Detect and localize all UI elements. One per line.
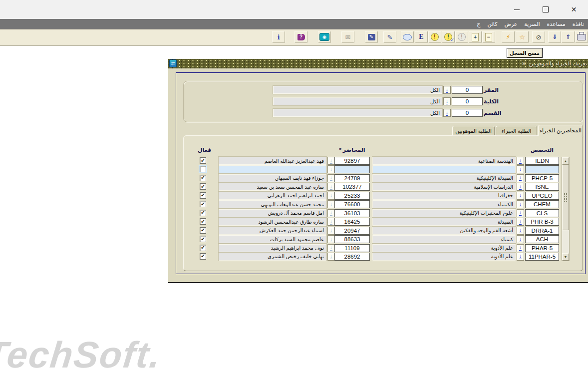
specialization-lov-button[interactable]: ↓ bbox=[517, 235, 524, 243]
hq-value-field[interactable]: 0 bbox=[452, 86, 483, 94]
save-button[interactable]: ✎ bbox=[365, 31, 378, 43]
active-checkbox[interactable]: ✔ bbox=[200, 253, 206, 260]
error-button[interactable]: ! bbox=[428, 31, 441, 43]
print-button[interactable] bbox=[575, 31, 588, 43]
active-checkbox[interactable]: ✔ bbox=[200, 201, 206, 207]
lecturer-name-field[interactable]: محمد حسن عبدالوهاب النويهى bbox=[219, 200, 326, 208]
menu-item-2[interactable]: السرية bbox=[524, 21, 540, 27]
mail-button[interactable]: ✉ bbox=[341, 31, 354, 43]
college-lov-button[interactable]: ↓ bbox=[443, 97, 451, 105]
lecturer-lov-button[interactable]: ↓ bbox=[327, 157, 335, 165]
lecturer-name-field[interactable]: تهانى خليف رخيص الشمرى bbox=[219, 253, 326, 261]
insert-record-button[interactable]: + bbox=[469, 31, 482, 43]
active-checkbox[interactable]: ✔ bbox=[200, 183, 206, 190]
specialization-name-field[interactable]: الدراسات الإسلامية bbox=[372, 183, 516, 191]
lecturer-lov-button[interactable]: ↓ bbox=[327, 218, 335, 226]
specialization-name-field[interactable]: علم الأدوية bbox=[372, 244, 516, 252]
form-window-titlebar[interactable]: ⇄ ✕ تعريف الخبراء والموهوبين bbox=[168, 59, 588, 68]
error-ok-button[interactable]: ! bbox=[442, 31, 455, 43]
hq-lov-button[interactable]: ↓ bbox=[443, 86, 451, 94]
maximize-button[interactable] bbox=[531, 0, 560, 19]
specialization-code-field[interactable]: CLS bbox=[525, 209, 559, 217]
lecturer-number-field[interactable]: 11109 bbox=[334, 244, 370, 252]
specialization-lov-button[interactable]: ↓ bbox=[517, 157, 524, 165]
specialization-code-field[interactable]: ISNE bbox=[525, 183, 559, 191]
minimize-button[interactable] bbox=[503, 0, 531, 19]
specialization-code-field[interactable]: PHR B-3 bbox=[525, 218, 559, 226]
active-checkbox[interactable] bbox=[200, 166, 206, 172]
lecturer-lov-button[interactable]: ↓ bbox=[327, 165, 335, 173]
active-checkbox[interactable]: ✔ bbox=[200, 192, 206, 199]
lecturer-number-field[interactable]: 25233 bbox=[334, 192, 370, 200]
lecturer-number-field[interactable]: 16425 bbox=[334, 218, 370, 226]
camera-button[interactable]: ◉ bbox=[318, 31, 331, 43]
menu-item-1[interactable]: مساعدة bbox=[547, 21, 566, 27]
lecturer-name-field[interactable] bbox=[219, 165, 326, 173]
specialization-name-field[interactable]: الصيدلة bbox=[372, 218, 516, 226]
next-block-button[interactable]: ⇑ bbox=[562, 31, 575, 43]
lecturer-name-field[interactable]: عاصم محمود السيد بركات bbox=[219, 235, 326, 243]
lecturer-number-field[interactable] bbox=[334, 165, 370, 173]
lecturer-number-field[interactable]: 24789 bbox=[334, 174, 370, 182]
lecturer-number-field[interactable]: 76600 bbox=[334, 200, 370, 208]
execute-query-button[interactable]: ⚡ bbox=[502, 31, 515, 43]
lecturer-lov-button[interactable]: ↓ bbox=[327, 174, 335, 182]
dept-lov-button[interactable]: ↓ bbox=[443, 109, 451, 117]
specialization-code-field[interactable]: DRRA-1 bbox=[525, 227, 559, 235]
specialization-code-field[interactable]: PHAR-5 bbox=[525, 244, 559, 252]
specialization-code-field[interactable] bbox=[525, 165, 559, 173]
tab-expert-students[interactable]: الطلبة الخبراء bbox=[496, 126, 537, 135]
active-checkbox[interactable]: ✔ bbox=[200, 210, 206, 216]
lecturer-name-field[interactable]: نوف محمد ابراهيم الرشيد bbox=[219, 244, 326, 252]
comment-button[interactable] bbox=[401, 31, 414, 43]
active-checkbox[interactable]: ✔ bbox=[200, 236, 206, 242]
enter-query-button[interactable]: ☆ bbox=[516, 31, 529, 43]
specialization-name-field[interactable]: علم الأدوية bbox=[372, 253, 516, 261]
lecturer-name-field[interactable]: جوزاء فهد نايف السبهان bbox=[219, 174, 326, 182]
specialization-code-field[interactable]: IEDN bbox=[525, 157, 559, 165]
specialization-code-field[interactable]: 11PHAR-5 bbox=[525, 253, 559, 261]
specialization-code-field[interactable]: ACH bbox=[525, 235, 559, 243]
lecturer-name-field[interactable]: ساره طارق عبدالمحسن الرشود bbox=[219, 218, 326, 226]
clear-record-button[interactable]: − bbox=[482, 31, 495, 43]
editor-button[interactable]: E bbox=[415, 31, 428, 43]
specialization-code-field[interactable]: PHCP-5 bbox=[525, 174, 559, 182]
specialization-lov-button[interactable]: ↓ bbox=[517, 244, 524, 252]
close-button[interactable]: ✕ bbox=[560, 0, 588, 19]
specialization-lov-button[interactable]: ↓ bbox=[517, 183, 524, 191]
dept-name-field[interactable]: الكل bbox=[273, 109, 442, 117]
specialization-lov-button[interactable]: ↓ bbox=[517, 218, 524, 226]
error-view-button[interactable]: ! bbox=[455, 31, 468, 43]
lecturer-lov-button[interactable]: ↓ bbox=[327, 235, 335, 243]
tab-expert-lecturers[interactable]: المحاضرين الخبراء bbox=[538, 125, 583, 136]
specialization-name-field[interactable]: كيمياء bbox=[372, 235, 516, 243]
scrollbar-thumb[interactable] bbox=[562, 165, 569, 230]
lecturer-lov-button[interactable]: ↓ bbox=[327, 253, 335, 261]
menu-item-4[interactable]: كائن bbox=[487, 21, 497, 27]
tab-gifted-students[interactable]: الطلبة الموهوبين bbox=[452, 126, 495, 135]
dept-value-field[interactable]: 0 bbox=[452, 109, 483, 117]
specialization-name-field[interactable]: الصيدلة الإكلينيكية bbox=[372, 174, 516, 182]
scroll-up-button[interactable]: ▲ bbox=[562, 157, 569, 165]
lecturer-lov-button[interactable]: ↓ bbox=[327, 192, 335, 200]
active-checkbox[interactable]: ✔ bbox=[200, 218, 206, 225]
specialization-name-field[interactable]: الهندسة الصناعية bbox=[372, 157, 516, 165]
lecturer-number-field[interactable]: 28692 bbox=[334, 253, 370, 261]
specialization-name-field[interactable]: جغرافيا bbox=[372, 192, 516, 200]
college-name-field[interactable]: الكل bbox=[273, 97, 442, 105]
lecturer-lov-button[interactable]: ↓ bbox=[327, 200, 335, 208]
lecturer-name-field[interactable]: احمد ابراهيم احمد الزهرانى bbox=[219, 192, 326, 200]
specialization-lov-button[interactable]: ↓ bbox=[517, 192, 524, 200]
edit-record-button[interactable]: ✎ bbox=[383, 31, 396, 43]
specialization-name-field[interactable]: أشعة الفم والوجه والفكين bbox=[372, 227, 516, 235]
lecturer-number-field[interactable]: 36103 bbox=[334, 209, 370, 217]
specialization-lov-button[interactable]: ↓ bbox=[517, 253, 524, 261]
specialization-lov-button[interactable]: ↓ bbox=[517, 165, 524, 173]
specialization-name-field[interactable] bbox=[372, 165, 516, 173]
table-scrollbar[interactable]: ▲ ▼ bbox=[562, 157, 570, 261]
lecturer-name-field[interactable]: امل قاسم محمد آل درويش bbox=[219, 209, 326, 217]
active-checkbox[interactable]: ✔ bbox=[200, 175, 206, 181]
lecturer-lov-button[interactable]: ↓ bbox=[327, 209, 335, 217]
lecturer-name-field[interactable]: فهد عبدالعزيز عبدالله العاصم bbox=[219, 157, 326, 165]
lecturer-lov-button[interactable]: ↓ bbox=[327, 183, 335, 191]
